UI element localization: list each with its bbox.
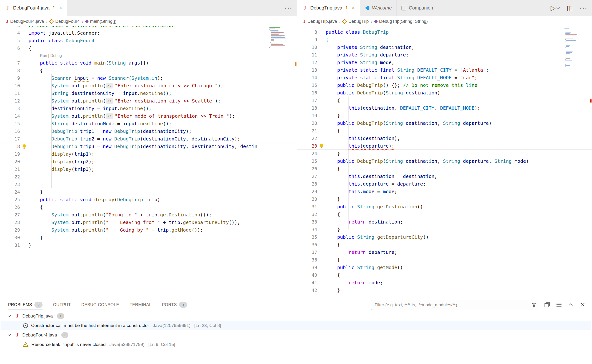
- line-number[interactable]: 27: [0, 211, 20, 219]
- line-number[interactable]: 10: [297, 43, 317, 51]
- close-icon[interactable]: ×: [352, 6, 355, 11]
- panel-tab-ports[interactable]: PORTS1: [162, 298, 187, 311]
- line-number[interactable]: 19: [297, 112, 317, 119]
- line-number[interactable]: 42: [297, 286, 317, 294]
- panel-tab-output[interactable]: OUTPUT: [53, 298, 71, 311]
- line-number[interactable]: 20: [0, 158, 20, 165]
- breadcrumb-item[interactable]: main(String[]): [86, 19, 116, 24]
- line-number[interactable]: 27: [297, 173, 317, 180]
- code-editor-left[interactable]: 3// Each uses a different version of the…: [0, 26, 297, 298]
- line-number[interactable]: 17: [297, 97, 317, 104]
- line-number[interactable]: 13: [0, 105, 20, 112]
- lightbulb-icon[interactable]: [23, 144, 26, 148]
- line-number[interactable]: 35: [297, 233, 317, 241]
- line-number[interactable]: 41: [297, 279, 317, 286]
- line-number[interactable]: 12: [297, 58, 317, 66]
- line-number[interactable]: 23: [297, 142, 317, 150]
- line-number[interactable]: 9: [0, 74, 20, 82]
- line-number[interactable]: 30: [0, 234, 20, 241]
- line-number[interactable]: 39: [297, 264, 317, 271]
- line-number[interactable]: 16: [297, 89, 317, 97]
- more-actions-icon[interactable]: ···: [285, 5, 293, 11]
- line-number[interactable]: 14: [0, 112, 20, 120]
- line-number[interactable]: 36: [297, 241, 317, 248]
- line-number[interactable]: 10: [0, 82, 20, 90]
- line-number[interactable]: 29: [0, 226, 20, 234]
- line-number[interactable]: 21: [297, 127, 317, 135]
- line-number[interactable]: 16: [0, 127, 20, 135]
- line-number[interactable]: 25: [297, 157, 317, 165]
- line-number[interactable]: 17: [0, 135, 20, 143]
- line-number[interactable]: 21: [0, 165, 20, 173]
- line-number[interactable]: 30: [297, 195, 317, 203]
- line-number[interactable]: 24: [297, 150, 317, 157]
- code-editor-right[interactable]: 78public class DebugTrip9{10 private Str…: [297, 26, 592, 298]
- line-number[interactable]: 8: [0, 67, 20, 74]
- editor-tab[interactable]: Companion: [397, 0, 438, 16]
- line-number[interactable]: 28: [297, 180, 317, 188]
- line-number[interactable]: 7: [297, 26, 317, 28]
- line-number[interactable]: 33: [297, 218, 317, 226]
- line-number[interactable]: 15: [0, 120, 20, 127]
- chevron-down-icon[interactable]: [6, 314, 12, 318]
- line-number[interactable]: 14: [297, 74, 317, 81]
- chevron-down-icon[interactable]: [6, 333, 12, 337]
- line-number[interactable]: 22: [0, 173, 20, 181]
- line-number[interactable]: 9: [297, 36, 317, 43]
- line-number[interactable]: 37: [297, 248, 317, 256]
- line-number[interactable]: 5: [0, 37, 20, 44]
- problems-file-row[interactable]: JDebugTrip.java1: [0, 311, 592, 321]
- panel-tab-debug-console[interactable]: DEBUG CONSOLE: [81, 298, 119, 311]
- line-number[interactable]: 28: [0, 219, 20, 226]
- more-actions-icon[interactable]: ···: [580, 5, 588, 11]
- panel-tab-terminal[interactable]: TERMINAL: [129, 298, 151, 311]
- breadcrumb-item[interactable]: JDebugFour4.java: [6, 19, 44, 24]
- editor-tab[interactable]: JDebugTrip.java1×: [297, 0, 360, 16]
- line-number[interactable]: 32: [297, 210, 317, 218]
- line-number[interactable]: 31: [0, 241, 20, 249]
- line-number[interactable]: 22: [297, 135, 317, 142]
- line-number[interactable]: 18: [0, 143, 20, 150]
- minimap[interactable]: [564, 27, 585, 71]
- line-number[interactable]: 11: [297, 51, 317, 58]
- close-icon[interactable]: ×: [59, 6, 62, 11]
- view-as-table-icon[interactable]: [556, 302, 562, 308]
- line-number[interactable]: 23: [0, 181, 20, 188]
- run-button[interactable]: ▷: [551, 4, 560, 12]
- line-number[interactable]: 18: [297, 104, 317, 112]
- breadcrumb-item[interactable]: DebugFour4: [50, 19, 80, 24]
- line-number[interactable]: 13: [297, 66, 317, 74]
- line-number[interactable]: 26: [0, 203, 20, 211]
- minimap[interactable]: [269, 27, 290, 48]
- line-number[interactable]: 3: [0, 26, 20, 29]
- line-number[interactable]: 25: [0, 196, 20, 203]
- panel-tab-problems[interactable]: PROBLEMS2: [8, 298, 42, 311]
- open-in-editor-icon[interactable]: [544, 302, 550, 308]
- editor-tab[interactable]: Welcome: [360, 0, 397, 16]
- line-number[interactable]: 24: [0, 188, 20, 196]
- problems-issue-row[interactable]: Resource leak: 'input' is never closedJa…: [0, 340, 592, 349]
- line-number[interactable]: 19: [0, 150, 20, 158]
- line-number[interactable]: 15: [297, 81, 317, 89]
- lightbulb-icon[interactable]: [320, 144, 323, 147]
- line-number[interactable]: 12: [0, 97, 20, 105]
- split-editor-button[interactable]: ◫: [567, 4, 573, 12]
- filter-input[interactable]: [371, 303, 532, 307]
- breadcrumb-item[interactable]: JDebugTrip.java: [303, 19, 337, 24]
- line-number[interactable]: 31: [297, 203, 317, 210]
- line-number[interactable]: 40: [297, 271, 317, 279]
- line-number[interactable]: 8: [297, 28, 317, 36]
- line-number[interactable]: 6: [0, 44, 20, 52]
- breadcrumb-item[interactable]: DebugTrip: [343, 19, 369, 24]
- line-number[interactable]: 4: [0, 29, 20, 37]
- debug-codelens-link[interactable]: Debug: [50, 53, 62, 58]
- close-panel-icon[interactable]: [580, 302, 586, 308]
- line-number[interactable]: 11: [0, 90, 20, 97]
- problems-file-row[interactable]: JDebugFour4.java1: [0, 330, 592, 340]
- editor-tab[interactable]: JDebugFour4.java1×: [0, 0, 67, 16]
- line-number[interactable]: 20: [297, 119, 317, 127]
- run-codelens-link[interactable]: Run: [40, 53, 47, 58]
- problems-issue-row[interactable]: Constructor call must be the first state…: [0, 321, 592, 330]
- line-number[interactable]: 26: [297, 165, 317, 173]
- line-number[interactable]: 34: [297, 226, 317, 233]
